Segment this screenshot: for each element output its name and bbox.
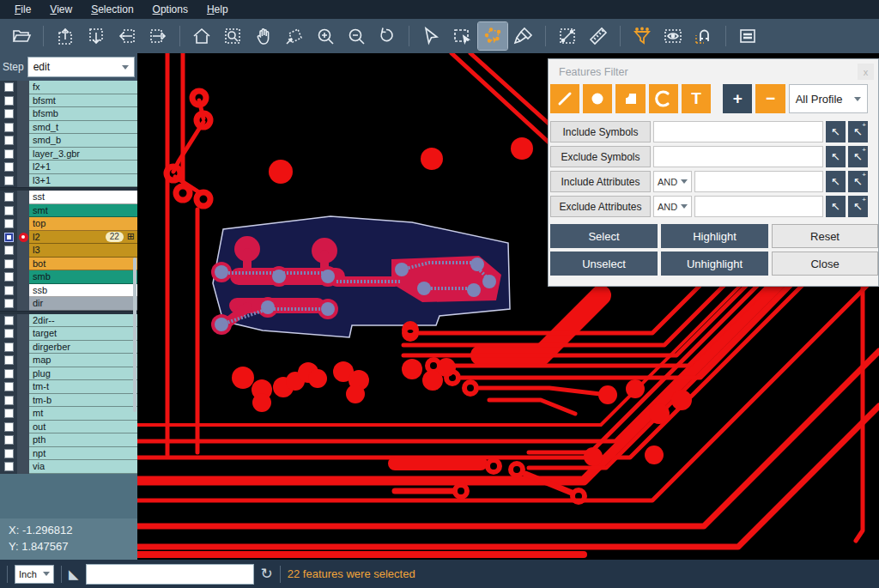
layer-label-cell[interactable]: l3+1 bbox=[29, 174, 137, 188]
layer-label-cell[interactable]: top bbox=[29, 217, 137, 231]
layer-row-l3+1[interactable]: l3+1 bbox=[0, 174, 137, 188]
layer-label-cell[interactable]: dir bbox=[29, 297, 137, 311]
layer-row-sst[interactable]: sst bbox=[0, 191, 137, 204]
layer-row-smb[interactable]: smb bbox=[0, 270, 137, 284]
step-select[interactable]: edit bbox=[27, 57, 135, 77]
pick-add-from-screen-button[interactable]: ↖+ bbox=[848, 121, 868, 142]
layer-checkbox[interactable] bbox=[4, 136, 14, 145]
units-select[interactable]: Inch bbox=[15, 565, 54, 584]
layer-checkbox[interactable] bbox=[4, 272, 14, 282]
pad-filter-button[interactable] bbox=[583, 84, 612, 113]
text-filter-button[interactable]: T bbox=[682, 84, 711, 113]
layer-checkbox[interactable] bbox=[4, 162, 14, 172]
home-view-button[interactable] bbox=[187, 22, 216, 50]
layer-checkbox[interactable] bbox=[4, 329, 14, 338]
layer-checkbox[interactable] bbox=[4, 96, 14, 106]
shift-left-button[interactable] bbox=[112, 22, 142, 50]
layer-label-cell[interactable]: ssb bbox=[29, 284, 137, 298]
select-pointer-button[interactable] bbox=[416, 22, 446, 50]
select-polygon-button[interactable] bbox=[478, 22, 507, 50]
layer-row-bot[interactable]: bot bbox=[0, 258, 137, 271]
remove-filter-button[interactable]: − bbox=[755, 84, 785, 113]
pick-from-screen-button[interactable]: ↖ bbox=[826, 146, 846, 167]
layer-row-layer_3.gbr[interactable]: layer_3.gbr bbox=[0, 148, 137, 161]
layer-label-cell[interactable]: smb bbox=[29, 270, 137, 284]
pick-add-from-screen-button[interactable]: ↖+ bbox=[848, 196, 868, 217]
layer-checkbox[interactable] bbox=[4, 192, 14, 202]
layers-panel-button[interactable] bbox=[733, 22, 762, 50]
filter-value-input[interactable] bbox=[653, 121, 823, 142]
clear-brush-button[interactable] bbox=[509, 22, 538, 50]
layer-row-smt[interactable]: smt bbox=[0, 204, 137, 218]
layer-checkbox[interactable] bbox=[4, 422, 14, 432]
pick-from-screen-button[interactable]: ↖ bbox=[826, 196, 846, 217]
view-options-button[interactable] bbox=[658, 22, 688, 50]
layer-checkbox[interactable] bbox=[4, 462, 14, 471]
layer-row-l2+1[interactable]: l2+1 bbox=[0, 161, 137, 174]
shift-right-button[interactable] bbox=[143, 22, 173, 50]
features-filter-button[interactable] bbox=[627, 22, 657, 50]
layer-label-cell[interactable]: l2+1 bbox=[29, 161, 137, 174]
pick-add-from-screen-button[interactable]: ↖+ bbox=[848, 146, 868, 167]
command-input[interactable] bbox=[86, 564, 254, 585]
profile-select[interactable]: All Profile bbox=[789, 84, 868, 113]
refresh-icon[interactable]: ↻ bbox=[261, 565, 273, 583]
layer-row-pth[interactable]: pth bbox=[0, 433, 137, 447]
unhighlight-button[interactable]: Unhighlight bbox=[661, 252, 768, 276]
zoom-in-button[interactable] bbox=[311, 22, 340, 50]
layer-row-via[interactable]: via bbox=[0, 460, 137, 474]
line-filter-button[interactable] bbox=[550, 84, 579, 113]
layer-row-top[interactable]: top bbox=[0, 217, 137, 231]
layer-label-cell[interactable]: layer_3.gbr bbox=[29, 148, 137, 161]
layer-label-cell[interactable]: target bbox=[29, 327, 137, 341]
zoom-previous-button[interactable] bbox=[373, 22, 402, 50]
layer-row-npt[interactable]: npt bbox=[0, 447, 137, 461]
ruler-button[interactable] bbox=[584, 22, 613, 50]
layer-label-cell[interactable]: fx bbox=[29, 81, 137, 94]
layer-row-dirgerber[interactable]: dirgerber bbox=[0, 341, 137, 355]
include-symbols-button[interactable]: Include Symbols bbox=[550, 121, 651, 142]
layer-checkbox[interactable] bbox=[4, 259, 14, 269]
exclude-symbols-button[interactable]: Exclude Symbols bbox=[550, 146, 651, 167]
pan-button[interactable] bbox=[249, 22, 278, 50]
layer-row-bfsmb[interactable]: bfsmb bbox=[0, 107, 137, 121]
layer-row-l3[interactable]: l3 bbox=[0, 244, 137, 258]
layer-label-cell[interactable]: smd_b bbox=[29, 134, 137, 148]
select-button[interactable]: Select bbox=[550, 224, 658, 248]
layer-row-dir[interactable]: dir bbox=[0, 297, 137, 311]
layer-row-target[interactable]: target bbox=[0, 327, 137, 341]
include-attributes-button[interactable]: Include Attributes bbox=[550, 171, 651, 192]
layer-checkbox[interactable] bbox=[4, 123, 14, 132]
layer-label-cell[interactable]: map bbox=[29, 354, 137, 367]
menu-item-options[interactable]: Options bbox=[143, 0, 197, 19]
layer-row-out[interactable]: out bbox=[0, 421, 137, 434]
layer-label-cell[interactable]: dirgerber bbox=[29, 341, 137, 355]
layer-row-l2[interactable]: l222⊞ bbox=[0, 231, 137, 245]
layer-checkbox[interactable] bbox=[4, 206, 14, 215]
surface-filter-button[interactable] bbox=[615, 84, 645, 113]
menu-item-selection[interactable]: Selection bbox=[82, 0, 142, 19]
measure-line-button[interactable] bbox=[553, 22, 582, 50]
sidebar-scrollbar[interactable] bbox=[133, 258, 136, 412]
import-bottom-button[interactable] bbox=[82, 22, 111, 50]
layer-label-cell[interactable]: tm-t bbox=[29, 380, 137, 394]
layer-label-cell[interactable]: out bbox=[29, 421, 137, 434]
filter-value-input[interactable] bbox=[694, 171, 823, 192]
layer-row-fx[interactable]: fx bbox=[0, 81, 137, 94]
layer-checkbox[interactable] bbox=[4, 435, 14, 445]
layer-label-cell[interactable]: mt bbox=[29, 407, 137, 421]
menu-item-view[interactable]: View bbox=[40, 0, 82, 19]
layer-label-cell[interactable]: tm-b bbox=[29, 394, 137, 408]
add-filter-button[interactable]: + bbox=[723, 84, 752, 113]
layer-label-cell[interactable]: l3 bbox=[29, 244, 137, 258]
menu-item-help[interactable]: Help bbox=[197, 0, 238, 19]
layer-checkbox[interactable] bbox=[4, 233, 14, 242]
layer-label-cell[interactable]: smt bbox=[29, 204, 137, 218]
reset-button[interactable]: Reset bbox=[772, 224, 878, 248]
pick-from-screen-button[interactable]: ↖ bbox=[826, 171, 846, 192]
select-rect-button[interactable] bbox=[447, 22, 476, 50]
zoom-out-button[interactable] bbox=[342, 22, 371, 50]
layer-label-cell[interactable]: l222⊞ bbox=[29, 231, 137, 245]
layer-row-mt[interactable]: mt bbox=[0, 407, 137, 421]
layer-row-smd_t[interactable]: smd_t bbox=[0, 121, 137, 135]
